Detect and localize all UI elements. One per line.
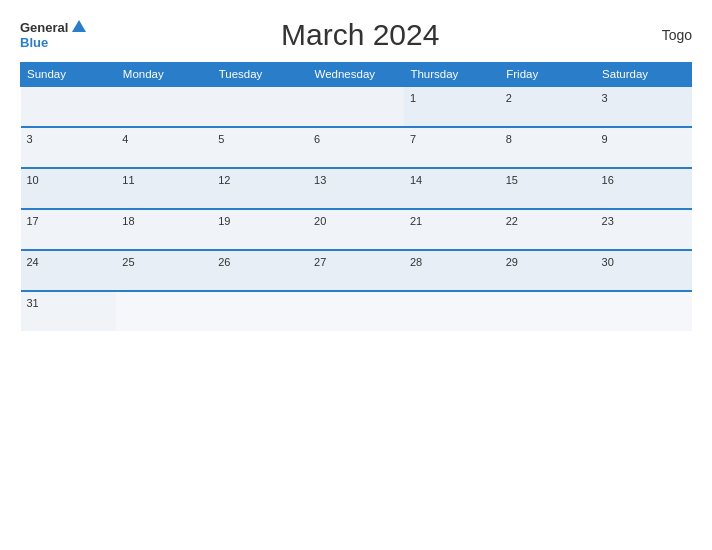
svg-marker-0 — [72, 20, 86, 32]
calendar-day-cell: 28 — [404, 250, 500, 291]
calendar-day-cell: 21 — [404, 209, 500, 250]
calendar-day-cell: 25 — [116, 250, 212, 291]
calendar-day-cell — [308, 291, 404, 331]
calendar-day-cell: 12 — [212, 168, 308, 209]
calendar-day-cell — [404, 291, 500, 331]
calendar-day-cell: 14 — [404, 168, 500, 209]
calendar-day-cell: 3 — [21, 127, 117, 168]
calendar-day-cell — [116, 86, 212, 127]
calendar-day-cell: 1 — [404, 86, 500, 127]
calendar-day-cell: 18 — [116, 209, 212, 250]
calendar-day-cell: 10 — [21, 168, 117, 209]
calendar-day-cell — [308, 86, 404, 127]
calendar-day-cell: 3 — [596, 86, 692, 127]
calendar-day-cell — [596, 291, 692, 331]
calendar-day-cell — [21, 86, 117, 127]
calendar-week-row: 3456789 — [21, 127, 692, 168]
calendar-day-cell — [500, 291, 596, 331]
header: General Blue March 2024 Togo — [20, 18, 692, 52]
calendar-day-cell: 29 — [500, 250, 596, 291]
col-sunday: Sunday — [21, 63, 117, 87]
calendar-day-cell: 17 — [21, 209, 117, 250]
calendar-week-row: 17181920212223 — [21, 209, 692, 250]
calendar-table: Sunday Monday Tuesday Wednesday Thursday… — [20, 62, 692, 331]
calendar-day-cell: 11 — [116, 168, 212, 209]
col-saturday: Saturday — [596, 63, 692, 87]
calendar-day-cell: 15 — [500, 168, 596, 209]
calendar-day-cell: 26 — [212, 250, 308, 291]
calendar-day-cell: 2 — [500, 86, 596, 127]
logo-blue-text: Blue — [20, 36, 48, 50]
calendar-day-cell: 31 — [21, 291, 117, 331]
calendar-day-cell: 8 — [500, 127, 596, 168]
calendar-day-cell: 30 — [596, 250, 692, 291]
calendar-day-cell — [116, 291, 212, 331]
calendar-day-cell: 9 — [596, 127, 692, 168]
calendar-day-cell: 7 — [404, 127, 500, 168]
calendar-day-cell: 4 — [116, 127, 212, 168]
calendar-day-cell: 23 — [596, 209, 692, 250]
calendar-day-cell — [212, 291, 308, 331]
calendar-day-cell: 22 — [500, 209, 596, 250]
page: General Blue March 2024 Togo Sunday Mond… — [0, 0, 712, 550]
calendar-day-cell: 6 — [308, 127, 404, 168]
calendar-day-cell: 20 — [308, 209, 404, 250]
logo-icon — [70, 18, 88, 36]
calendar-week-row: 31 — [21, 291, 692, 331]
calendar-title: March 2024 — [88, 18, 632, 52]
country-label: Togo — [632, 27, 692, 43]
logo-general-text: General — [20, 21, 68, 35]
calendar-header-row: Sunday Monday Tuesday Wednesday Thursday… — [21, 63, 692, 87]
col-friday: Friday — [500, 63, 596, 87]
calendar-day-cell: 24 — [21, 250, 117, 291]
logo: General Blue — [20, 20, 88, 50]
calendar-day-cell: 19 — [212, 209, 308, 250]
calendar-day-cell — [212, 86, 308, 127]
calendar-day-cell: 27 — [308, 250, 404, 291]
col-wednesday: Wednesday — [308, 63, 404, 87]
calendar-day-cell: 13 — [308, 168, 404, 209]
col-tuesday: Tuesday — [212, 63, 308, 87]
calendar-day-cell: 16 — [596, 168, 692, 209]
calendar-week-row: 10111213141516 — [21, 168, 692, 209]
col-thursday: Thursday — [404, 63, 500, 87]
calendar-day-cell: 5 — [212, 127, 308, 168]
calendar-week-row: 123 — [21, 86, 692, 127]
col-monday: Monday — [116, 63, 212, 87]
calendar-week-row: 24252627282930 — [21, 250, 692, 291]
